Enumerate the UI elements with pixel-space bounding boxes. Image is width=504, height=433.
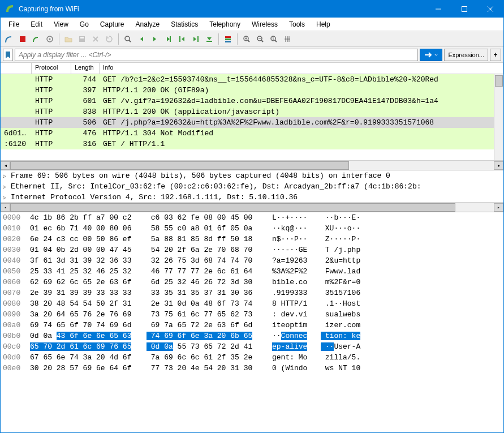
go-to-packet-icon[interactable]: [162, 33, 175, 45]
menu-file[interactable]: File: [3, 19, 25, 30]
hex-row[interactable]: 008038 20 48 54 54 50 2f 31 2e 31 0d 0a …: [1, 299, 503, 310]
find-icon[interactable]: [122, 33, 134, 45]
open-file-icon[interactable]: [62, 33, 75, 45]
hex-row[interactable]: 005025 33 41 25 32 46 25 32 46 77 77 77 …: [1, 267, 503, 278]
menu-tools[interactable]: Tools: [283, 19, 311, 30]
filter-bar: Expression... +: [1, 47, 503, 63]
scroll-left-icon[interactable]: ◂: [1, 203, 10, 212]
expression-button[interactable]: Expression...: [444, 49, 488, 61]
menu-capture[interactable]: Capture: [94, 19, 130, 30]
scroll-left-icon[interactable]: ◂: [1, 161, 10, 170]
hex-row[interactable]: 00403f 61 3d 31 39 32 36 33 32 26 75 3d …: [1, 256, 503, 267]
svg-line-12: [129, 40, 131, 42]
hex-row[interactable]: 00903a 20 64 65 76 2e 76 69 73 75 61 6c …: [1, 310, 503, 321]
packet-row[interactable]: HTTP744GET /b?c1=2&c2=15593740&ns__t=155…: [1, 74, 503, 85]
menu-analyze[interactable]: Analyze: [130, 19, 166, 30]
menubar: File Edit View Go Capture Analyze Statis…: [1, 18, 503, 31]
toolbar: 1: [1, 31, 503, 47]
packet-details-pane[interactable]: ▷Frame 69: 506 bytes on wire (4048 bits)…: [1, 170, 503, 212]
horizontal-scrollbar[interactable]: ◂ ▸: [1, 160, 503, 170]
svg-point-6: [49, 38, 51, 40]
resize-columns-icon[interactable]: [281, 33, 294, 45]
auto-scroll-icon[interactable]: [203, 33, 216, 45]
colorize-icon[interactable]: [222, 33, 234, 45]
column-length[interactable]: Length: [71, 63, 100, 74]
hex-row[interactable]: 003001 04 0b 2d 00 00 47 45 54 20 2f 6a …: [1, 246, 503, 256]
menu-help[interactable]: Help: [311, 19, 336, 30]
svg-point-11: [125, 36, 130, 41]
close-file-icon[interactable]: [89, 33, 102, 45]
svg-rect-8: [80, 37, 84, 38]
expand-icon[interactable]: ▷: [3, 183, 11, 190]
hex-row[interactable]: 00206e 24 c3 cc 00 50 86 ef 5a 88 81 85 …: [1, 235, 503, 246]
svg-line-29: [275, 40, 277, 42]
svg-line-26: [261, 40, 263, 42]
display-filter-input[interactable]: [15, 49, 418, 61]
detail-row: ▷Internet Protocol Version 4, Src: 192.1…: [1, 192, 503, 203]
menu-statistics[interactable]: Statistics: [165, 19, 204, 30]
app-icon: [5, 4, 14, 15]
svg-rect-18: [225, 38, 231, 40]
hex-row[interactable]: 00a069 74 65 6f 70 74 69 6d 69 7a 65 72 …: [1, 321, 503, 332]
reload-icon[interactable]: [103, 33, 115, 45]
packet-row[interactable]: 6d01…HTTP476HTTP/1.1 304 Not Modified: [1, 128, 503, 139]
zoom-in-icon[interactable]: [240, 33, 253, 45]
svg-rect-17: [225, 36, 231, 38]
hex-row[interactable]: 00d067 65 6e 74 3a 20 4d 6f 7a 69 6c 6c …: [1, 353, 503, 364]
hex-row[interactable]: 00e030 20 28 57 69 6e 64 6f 77 73 20 4e …: [1, 364, 503, 375]
expression-label: Expression...: [448, 52, 484, 58]
column-protocol[interactable]: Protocol: [32, 63, 71, 74]
menu-edit[interactable]: Edit: [25, 19, 48, 30]
separator: [118, 33, 119, 45]
hex-row[interactable]: 00004c 1b 86 2b ff a7 00 c2 c6 03 62 fe …: [1, 213, 503, 224]
expand-icon[interactable]: ▷: [3, 194, 11, 201]
expand-icon[interactable]: ▷: [3, 173, 11, 179]
hex-row[interactable]: 00702e 39 31 39 39 33 33 33 33 35 31 35 …: [1, 289, 503, 299]
packet-row[interactable]: HTTP838HTTP/1.1 200 OK (application/java…: [1, 106, 503, 117]
zoom-reset-icon[interactable]: 1: [268, 33, 280, 45]
packet-row[interactable]: HTTP601GET /v.gif?a=192632&d=ladbible.co…: [1, 96, 503, 106]
hex-row[interactable]: 001001 ec 6b 71 40 00 80 06 58 55 c0 a8 …: [1, 224, 503, 235]
packet-list-pane: Protocol Length Info HTTP744GET /b?c1=2&…: [1, 63, 503, 170]
column-info[interactable]: Info: [100, 63, 503, 74]
scroll-right-icon[interactable]: ▸: [494, 161, 503, 170]
separator: [59, 33, 59, 45]
save-file-icon[interactable]: [76, 33, 88, 45]
close-button[interactable]: [477, 1, 503, 18]
menu-wireless[interactable]: Wireless: [246, 19, 283, 30]
start-capture-icon[interactable]: [3, 33, 15, 45]
packet-row[interactable]: HTTP506GET /j.php?a=192632&u=http%3A%2F%…: [1, 117, 503, 128]
apply-filter-button[interactable]: [420, 49, 442, 61]
minimize-button[interactable]: [425, 1, 451, 18]
vertical-scrollbar[interactable]: [494, 74, 503, 160]
menu-go[interactable]: Go: [74, 19, 94, 30]
go-forward-icon[interactable]: [149, 33, 161, 45]
horizontal-scrollbar[interactable]: ◂ ▸: [1, 202, 503, 212]
hex-row[interactable]: 00b00d 0a 43 6f 6e 6e 65 63 74 69 6f 6e …: [1, 332, 503, 342]
svg-rect-4: [20, 36, 25, 42]
packet-row[interactable]: HTTP397HTTP/1.1 200 OK (GIF89a): [1, 85, 503, 96]
column-spacer[interactable]: [1, 63, 32, 74]
go-first-icon[interactable]: [176, 33, 188, 45]
zoom-out-icon[interactable]: [254, 33, 266, 45]
menu-telephony[interactable]: Telephony: [204, 19, 246, 30]
add-filter-button[interactable]: +: [490, 49, 501, 61]
titlebar: Capturing from WiFi: [1, 1, 503, 18]
packet-row[interactable]: :6120HTTP316GET / HTTP/1.1: [1, 139, 503, 149]
restart-capture-icon[interactable]: [30, 33, 42, 45]
stop-capture-icon[interactable]: [16, 33, 29, 45]
hex-row[interactable]: 00c065 70 2d 61 6c 69 76 65 0d 0a 55 73 …: [1, 342, 503, 353]
menu-view[interactable]: View: [48, 19, 74, 30]
maximize-button[interactable]: [451, 1, 477, 18]
svg-text:1: 1: [272, 37, 274, 41]
packet-rows[interactable]: HTTP744GET /b?c1=2&c2=15593740&ns__t=155…: [1, 74, 503, 160]
hex-row[interactable]: 006062 69 62 6c 65 2e 63 6f 6d 25 32 46 …: [1, 278, 503, 289]
bookmark-filter-icon[interactable]: [3, 49, 13, 61]
packet-list-header: Protocol Length Info: [1, 63, 503, 74]
capture-options-icon[interactable]: [44, 33, 56, 45]
detail-row: ▷Frame 69: 506 bytes on wire (4048 bits)…: [1, 170, 503, 181]
go-last-icon[interactable]: [189, 33, 202, 45]
go-back-icon[interactable]: [135, 33, 148, 45]
packet-bytes-pane[interactable]: 00004c 1b 86 2b ff a7 00 c2 c6 03 62 fe …: [1, 212, 503, 433]
scroll-right-icon[interactable]: ▸: [494, 203, 503, 212]
